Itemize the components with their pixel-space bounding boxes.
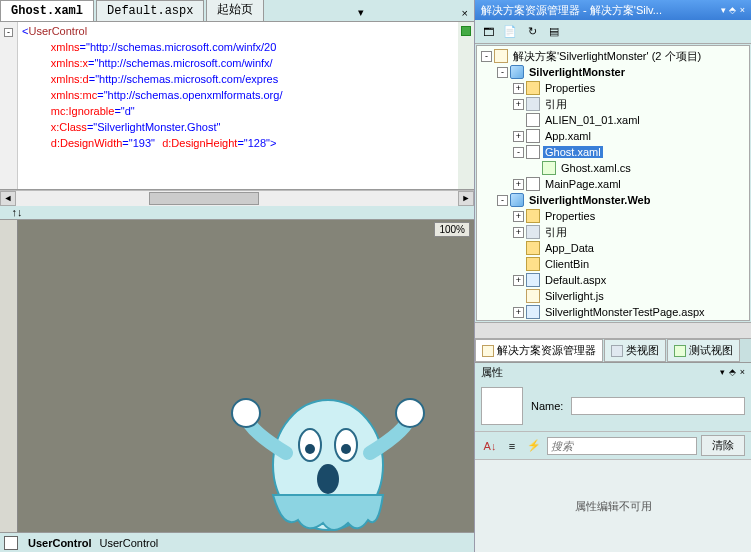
tree-label[interactable]: Properties	[543, 210, 597, 222]
ref-icon	[526, 97, 540, 111]
tree-label[interactable]: SilverlightMonster	[527, 66, 627, 78]
clear-button[interactable]: 清除	[701, 435, 745, 456]
code-content[interactable]: <UserControl xmlns="http://schemas.micro…	[18, 22, 458, 189]
toolbar-showall-icon[interactable]: 📄	[501, 23, 519, 41]
tree-label[interactable]: MainPage.xaml	[543, 178, 623, 190]
tab-solution-explorer[interactable]: 解决方案资源管理器	[475, 339, 603, 362]
events-icon[interactable]: ⚡	[525, 437, 543, 455]
tree-node[interactable]: +App.xaml	[477, 128, 749, 144]
breadcrumb-root[interactable]: UserControl	[24, 537, 96, 549]
tree-toggle-icon[interactable]: -	[497, 67, 508, 78]
ghost-sprite[interactable]	[228, 375, 428, 532]
tree-label[interactable]: Silverlight.js	[543, 290, 606, 302]
tree-label[interactable]: 引用	[543, 97, 569, 112]
scroll-thumb[interactable]	[149, 192, 260, 205]
tree-toggle-icon[interactable]: +	[513, 307, 524, 318]
tree-toggle-icon[interactable]: -	[481, 51, 492, 62]
tree-toggle-icon[interactable]: +	[513, 131, 524, 142]
tab-class-view[interactable]: 类视图	[604, 339, 666, 362]
scroll-left-icon[interactable]: ◄	[0, 191, 16, 206]
solution-explorer-title-bar[interactable]: 解决方案资源管理器 - 解决方案'Silv... ▾ ⬘ ×	[475, 0, 751, 20]
panel-pin-icon[interactable]: ▾ ⬘	[721, 5, 736, 15]
tree-label[interactable]: App_Data	[543, 242, 596, 254]
solution-explorer-icon	[482, 345, 494, 357]
solution-tree[interactable]: -解决方案'SilverlightMonster' (2 个项目)-Silver…	[476, 45, 750, 321]
tree-label[interactable]: 解决方案'SilverlightMonster' (2 个项目)	[511, 49, 703, 64]
tree-label[interactable]: ClientBin	[543, 258, 591, 270]
panel-close-icon[interactable]: ×	[740, 5, 745, 15]
code-hscrollbar[interactable]: ◄ ►	[0, 190, 474, 206]
tree-label[interactable]: SilverlightMonster.Web	[527, 194, 652, 206]
tree-node[interactable]: -解决方案'SilverlightMonster' (2 个项目)	[477, 48, 749, 64]
tab-ghost-xaml[interactable]: Ghost.xaml	[0, 0, 94, 21]
tree-node[interactable]: ClientBin	[477, 256, 749, 272]
split-swap-icon[interactable]: ↑↓	[2, 206, 32, 218]
design-surface[interactable]: 100%	[0, 220, 474, 532]
breadcrumb-root-icon[interactable]	[4, 536, 18, 550]
tree-node[interactable]: +SilverlightMonsterTestPage.aspx	[477, 304, 749, 320]
tree-label[interactable]: Ghost.xaml.cs	[559, 162, 633, 174]
properties-header[interactable]: 属性 ▾ ⬘ ×	[475, 363, 751, 381]
solution-explorer-title: 解决方案资源管理器 - 解决方案'Silv...	[481, 3, 717, 18]
tree-node[interactable]: App_Data	[477, 240, 749, 256]
tree-hscrollbar[interactable]	[475, 322, 751, 338]
design-canvas[interactable]: 100%	[18, 220, 474, 532]
properties-close-icon[interactable]: ×	[740, 367, 745, 377]
tabs-dropdown-icon[interactable]: ▾	[352, 4, 370, 21]
tree-node[interactable]: -Ghost.xaml	[477, 144, 749, 160]
tree-label[interactable]: Default.aspx	[543, 274, 608, 286]
tree-toggle-icon[interactable]: +	[513, 83, 524, 94]
tree-label[interactable]: SilverlightMonsterTestPage.aspx	[543, 306, 707, 318]
tab-start-page[interactable]: 起始页	[206, 0, 264, 21]
tree-node[interactable]: +引用	[477, 224, 749, 240]
tab-close-button[interactable]: ×	[456, 5, 474, 21]
tab-test-view[interactable]: 测试视图	[667, 339, 740, 362]
tree-node[interactable]: Ghost.xaml.cs	[477, 160, 749, 176]
scroll-right-icon[interactable]: ►	[458, 191, 474, 206]
xaml-code-editor[interactable]: - <UserControl xmlns="http://schemas.mic…	[0, 22, 474, 190]
tab-default-aspx[interactable]: Default.aspx	[96, 0, 204, 21]
sort-category-icon[interactable]: ≡	[503, 437, 521, 455]
tree-node[interactable]: +引用	[477, 96, 749, 112]
tree-toggle-icon[interactable]: +	[513, 211, 524, 222]
properties-empty-message: 属性编辑不可用	[575, 499, 652, 514]
toolbar-nest-icon[interactable]: ▤	[545, 23, 563, 41]
proj-icon	[510, 65, 524, 79]
tree-label[interactable]: Ghost.xaml	[543, 146, 603, 158]
svg-point-3	[305, 444, 315, 454]
properties-dropdown-icon[interactable]: ▾	[720, 367, 725, 377]
tree-label[interactable]: App.xaml	[543, 130, 593, 142]
tree-toggle-icon[interactable]: +	[513, 275, 524, 286]
tree-toggle-icon[interactable]: +	[513, 179, 524, 190]
tree-node[interactable]: +Default.aspx	[477, 272, 749, 288]
zoom-level[interactable]: 100%	[434, 222, 470, 237]
tree-toggle-icon[interactable]: -	[497, 195, 508, 206]
toolbar-properties-icon[interactable]: 🗔	[479, 23, 497, 41]
properties-panel: 属性 ▾ ⬘ × Name: A↓ ≡ ⚡ 清除 属性编辑不可用	[475, 362, 751, 552]
tree-node[interactable]: ALIEN_01_01.xaml	[477, 112, 749, 128]
fold-toggle-icon[interactable]: -	[4, 28, 13, 37]
aspx-icon	[526, 273, 540, 287]
tree-toggle-icon[interactable]: +	[513, 227, 524, 238]
breadcrumb-current[interactable]: UserControl	[96, 537, 163, 549]
designer-splitter[interactable]: ↑↓	[0, 206, 474, 220]
properties-pin-icon[interactable]: ⬘	[729, 367, 736, 377]
name-input[interactable]	[571, 397, 745, 415]
tree-node[interactable]: +Properties	[477, 208, 749, 224]
tree-node[interactable]: Silverlight.js	[477, 288, 749, 304]
toolbar-refresh-icon[interactable]: ↻	[523, 23, 541, 41]
tree-label[interactable]: ALIEN_01_01.xaml	[543, 114, 642, 126]
sort-alpha-icon[interactable]: A↓	[481, 437, 499, 455]
tree-node[interactable]: -SilverlightMonster.Web	[477, 192, 749, 208]
scroll-track[interactable]	[16, 191, 458, 206]
tree-node[interactable]: +Properties	[477, 80, 749, 96]
tree-label[interactable]: Properties	[543, 82, 597, 94]
ref-icon	[526, 225, 540, 239]
tree-toggle-icon[interactable]: +	[513, 99, 524, 110]
property-search-input[interactable]	[547, 437, 697, 455]
tree-node[interactable]: -SilverlightMonster	[477, 64, 749, 80]
tree-node[interactable]: +MainPage.xaml	[477, 176, 749, 192]
tree-toggle-icon[interactable]: -	[513, 147, 524, 158]
tree-label[interactable]: 引用	[543, 225, 569, 240]
proj-icon	[510, 193, 524, 207]
